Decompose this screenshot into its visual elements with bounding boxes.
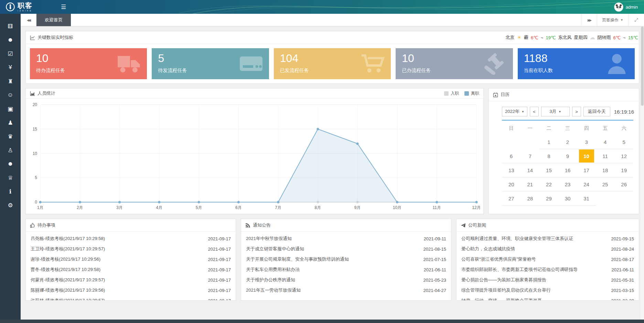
kpi-card-sent-tasks[interactable]: 104 已发流程任务: [274, 48, 391, 79]
calendar-day-19[interactable]: 19: [614, 163, 633, 177]
calendar-day-1[interactable]: 1: [539, 135, 558, 149]
calendar-today-button[interactable]: 返回今天: [583, 107, 610, 116]
calendar-weekday-5: 五: [596, 122, 615, 135]
tab-home[interactable]: 欢迎首页: [36, 14, 71, 26]
user-menu[interactable]: admin: [614, 2, 644, 12]
calendar-day-18[interactable]: 18: [596, 163, 615, 177]
sidebar-item-activity[interactable]: ♙: [0, 143, 21, 157]
calendar-prev-month-button[interactable]: <: [530, 107, 539, 116]
calendar-day-4[interactable]: 4: [596, 135, 615, 149]
todo-item-0[interactable]: 吕尧栋-绩效考核(2021/9/17 10:29:58) 2021-09-17: [31, 233, 231, 244]
todo-item-6[interactable]: 许菊林-绩效考核(2021/9/17 10:29:57) 2021-09-17: [31, 295, 231, 301]
sidebar-item-performance[interactable]: ♕: [0, 171, 21, 185]
calendar-year-select[interactable]: 2022年 ▼: [502, 107, 527, 116]
calendar-next-month-button[interactable]: >: [572, 107, 581, 116]
legend-item-1[interactable]: 离职: [464, 91, 479, 96]
news-item-3[interactable]: 市委组织部副部长、市委两新工委项书记莅临公司调研指导 2021-06-11: [461, 264, 634, 275]
calendar-day-15[interactable]: 15: [539, 163, 558, 177]
fullscreen-button[interactable]: ⤢: [628, 14, 644, 26]
calendar-day-14[interactable]: 14: [521, 163, 540, 177]
calendar-day-30[interactable]: 30: [558, 191, 577, 206]
calendar-day-29[interactable]: 29: [539, 191, 558, 206]
calendar-day-21[interactable]: 21: [521, 177, 540, 191]
todo-item-5[interactable]: 陈丽娜-绩效考核(2021/9/17 10:29:56) 2021-09-17: [31, 285, 231, 295]
app-logo[interactable]: 职客 IZHIKE: [0, 2, 33, 12]
news-item-4[interactable]: 爱心捐款公告——为装卸工杨家青募捐报告 2021-05-31: [461, 275, 634, 285]
kpi-card-active-staff[interactable]: 1188 当前在职人数: [518, 48, 635, 79]
todo-item-3[interactable]: 曹冬-绩效考核(2021/9/17 10:29:58) 2021-09-17: [31, 264, 231, 275]
calendar-day-24[interactable]: 24: [577, 177, 596, 191]
sidebar-item-info[interactable]: ℹ: [0, 185, 21, 198]
todo-item-4[interactable]: 何蒙肖-绩效考核(2021/9/17 10:29:57) 2021-09-17: [31, 275, 231, 285]
notice-item-4[interactable]: 关于维护办公秩序的通知 2021-05-23: [246, 275, 446, 285]
notice-item-3[interactable]: 关于私车公用费用补贴办法 2021-06-11: [246, 264, 446, 275]
sidebar-item-workflow[interactable]: ⚅: [0, 19, 21, 33]
tabs-scroll-right-button[interactable]: ▶▶: [581, 14, 597, 26]
sidebar-item-recruitment[interactable]: ♟: [0, 116, 21, 129]
sidebar-item-settings[interactable]: ⚙: [0, 198, 21, 212]
calendar-day-25[interactable]: 25: [596, 177, 615, 191]
todo-list: 吕尧栋-绩效考核(2021/9/17 10:29:58) 2021-09-17 …: [26, 232, 236, 301]
kpi-card-done-tasks[interactable]: 10 已办流程任务: [396, 48, 513, 79]
calendar-day-31[interactable]: 31: [577, 191, 596, 206]
sidebar-item-organization[interactable]: ☻: [0, 33, 21, 47]
performance-icon: ♕: [8, 174, 13, 181]
calendar-day-16[interactable]: 16: [558, 163, 577, 177]
notice-item-0[interactable]: 2021年中秋节放假通知 2021-09-11: [246, 233, 446, 244]
scrollbar-thumb[interactable]: [641, 27, 644, 106]
calendar-body: 2022年 ▼ < 3月 ▼ > 返回今天 16:19:16 日: [489, 101, 639, 206]
calendar-day-2[interactable]: 2: [558, 135, 577, 149]
calendar-day-22[interactable]: 22: [539, 177, 558, 191]
gavel-icon: [483, 53, 507, 75]
news-item-0[interactable]: 公司顺利通过质量、环境、职业健康安全管理三体系认证 2021-09-15: [461, 233, 634, 244]
legend-item-0[interactable]: 入职: [444, 91, 459, 96]
calendar-day-7[interactable]: 7: [521, 149, 540, 163]
calendar-day-17[interactable]: 17: [577, 163, 596, 177]
calendar-day-20[interactable]: 20: [502, 177, 521, 191]
sidebar-item-employee[interactable]: ☻: [0, 157, 21, 171]
calendar-weekday-6: 六: [614, 122, 633, 135]
calendar-day-23[interactable]: 23: [558, 177, 577, 191]
tabs-scroll-left-button[interactable]: ◀◀: [21, 14, 36, 26]
calendar-day-10[interactable]: 10: [577, 149, 596, 163]
kpi-card-unsent-tasks[interactable]: 5 待发流程任务: [152, 48, 269, 79]
calendar-day-8[interactable]: 8: [539, 149, 558, 163]
staff-stats-header: 人员统计 入职 离职: [26, 88, 483, 98]
kpi-card-pending-tasks[interactable]: 10 待办流程任务: [30, 48, 147, 79]
svg-text:0: 0: [35, 200, 37, 205]
calendar-day-9[interactable]: 9: [558, 149, 577, 163]
sidebar-item-briefcase[interactable]: ▣: [0, 102, 21, 116]
calendar-day-3[interactable]: 3: [577, 135, 596, 149]
calendar-day-28[interactable]: 28: [521, 191, 540, 206]
calendar-month-select[interactable]: 3月 ▼: [541, 107, 570, 116]
news-list: 公司顺利通过质量、环境、职业健康安全管理三体系认证 2021-09-15 爱心助…: [457, 232, 639, 301]
news-item-5[interactable]: 综合管理提升项目签约及启动仪式在天台举行 2021-03-15: [461, 285, 634, 295]
calendar-day-26[interactable]: 26: [614, 177, 633, 191]
sidebar-item-personnel[interactable]: ☺: [0, 88, 21, 102]
calendar-day-13[interactable]: 13: [502, 163, 521, 177]
notice-item-2[interactable]: 关于开展公司规章制度、安全与事故预防培训的通知 2021-07-15: [246, 254, 446, 264]
news-item-6[interactable]: 转变、行动、突破——迎新晚会完美谢幕 2021-02-20: [461, 295, 634, 301]
sidebar-item-institution[interactable]: ♜: [0, 74, 21, 88]
news-item-2[interactable]: 公司喜获“浙江省优秀供应商”荣誉称号 2021-08-17: [461, 254, 634, 264]
sidebar-item-training[interactable]: ♛: [0, 129, 21, 143]
calendar-day-11[interactable]: 11: [596, 149, 615, 163]
line-chart-icon: [30, 35, 35, 40]
kpi-panel-title: 关键数据实时指标: [37, 34, 73, 41]
vertical-scrollbar[interactable]: [641, 27, 644, 320]
todo-item-1[interactable]: 王卫玲-绩效考核(2021/9/17 10:29:57) 2021-09-17: [31, 244, 231, 254]
notice-list: 2021年中秋节放假通知 2021-09-11 关于成立销管客服中心的通知 20…: [241, 232, 451, 297]
calendar-day-12[interactable]: 12: [614, 149, 633, 163]
sidebar-item-approval[interactable]: ☑: [0, 47, 21, 61]
notice-item-1[interactable]: 关于成立销管客服中心的通知 2021-08-15: [246, 244, 446, 254]
calendar-day-27[interactable]: 27: [502, 191, 521, 206]
menu-toggle-icon[interactable]: ☰: [61, 3, 66, 11]
calendar-day-5[interactable]: 5: [614, 135, 633, 149]
todo-item-2[interactable]: 谢珍-绩效考核(2021/9/17 10:29:56) 2021-09-17: [31, 254, 231, 264]
notice-item-5[interactable]: 2021年五一劳动节放假通知 2021-04-27: [246, 285, 446, 295]
tab-operations-dropdown[interactable]: 页签操作 ▼: [597, 14, 628, 26]
calendar-day-6[interactable]: 6: [502, 149, 521, 163]
weather-range-separator-2: ~: [623, 35, 626, 40]
sidebar-item-salary[interactable]: ¥: [0, 61, 21, 74]
news-item-1[interactable]: 爱心助力，众志成城抗疫情 2021-08-24: [461, 244, 634, 254]
